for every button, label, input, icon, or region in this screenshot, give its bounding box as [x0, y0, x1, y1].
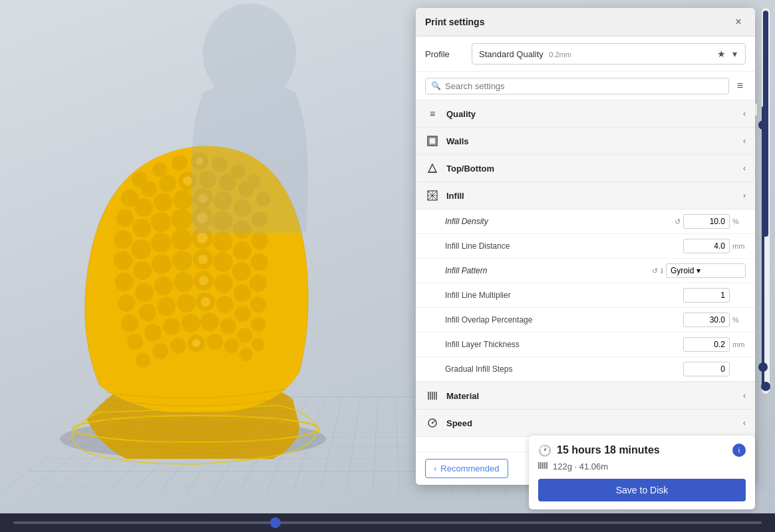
profile-label: Profile: [425, 49, 465, 59]
setting-infill-layer-thickness: Infill Layer Thickness mm: [416, 332, 755, 357]
svg-point-33: [114, 251, 132, 270]
speed-arrow: ‹: [743, 418, 746, 428]
background-figure: [133, 0, 366, 332]
quality-arrow: ‹: [743, 109, 746, 118]
infill-density-input[interactable]: [683, 214, 730, 229]
svg-point-106: [432, 422, 433, 424]
recommended-button[interactable]: ‹ Recommended: [425, 459, 508, 478]
infill-line-multiplier-label: Infill Line Multiplier: [445, 291, 683, 300]
speed-label: Speed: [446, 418, 743, 428]
search-bar: 🔍 ≡: [416, 72, 755, 100]
material-icon: [425, 388, 440, 403]
profile-icons: ★ ▾: [716, 47, 738, 61]
time-row: 🕐 15 hours 18 minutes i: [538, 444, 746, 457]
material-label: Material: [446, 391, 743, 401]
infill-line-distance-controls: mm: [683, 239, 746, 253]
category-topbottom[interactable]: Top/Bottom ‹: [416, 155, 755, 182]
svg-point-75: [170, 338, 186, 354]
timeline-bar[interactable]: [0, 513, 775, 532]
infill-line-distance-unit: mm: [732, 242, 746, 250]
category-walls[interactable]: Walls ‹: [416, 128, 755, 155]
svg-point-72: [251, 338, 265, 351]
infill-layer-thickness-input[interactable]: [683, 337, 730, 352]
profile-name: Standard Quality: [479, 49, 543, 59]
infill-line-multiplier-controls: [683, 288, 746, 303]
svg-point-73: [136, 353, 150, 368]
infill-line-distance-label: Infill Line Distance: [445, 241, 683, 251]
progress-track[interactable]: [13, 521, 762, 524]
infill-layer-thickness-unit: mm: [732, 340, 746, 348]
svg-point-88: [192, 339, 200, 347]
setting-infill-density: Infill Density ↺ %: [416, 209, 755, 234]
category-infill[interactable]: Infill ›: [416, 182, 755, 209]
slider-top-handle[interactable]: [758, 120, 768, 130]
save-to-disk-button[interactable]: Save to Disk: [538, 479, 746, 501]
3d-viewport[interactable]: 338 Print settings × Profile Standard Qu…: [0, 0, 775, 532]
infill-arrow: ›: [743, 191, 746, 200]
gradual-infill-label: Gradual Infill Steps: [445, 364, 683, 374]
infill-icon: [425, 188, 440, 203]
pattern-value: Gyroid: [671, 266, 694, 275]
time-text: 15 hours 18 minutes: [557, 444, 660, 456]
slider-bottom-handle[interactable]: [758, 362, 768, 372]
setting-infill-pattern: Infill Pattern ↺ ℹ Gyroid ▾: [416, 259, 755, 283]
svg-point-74: [152, 343, 168, 359]
svg-point-77: [207, 334, 223, 350]
material-arrow: ‹: [743, 391, 746, 400]
profile-row: Profile Standard Quality 0.2mm ★ ▾: [416, 37, 755, 72]
filament-icon: [538, 461, 547, 472]
setting-infill-line-distance: Infill Line Distance mm: [416, 234, 755, 259]
infill-section: Infill › Infill Density ↺ % Infill Line …: [416, 182, 755, 382]
category-speed[interactable]: Speed ‹: [416, 410, 755, 437]
infill-overlap-input[interactable]: [683, 313, 730, 327]
recommended-chevron: ‹: [434, 464, 436, 473]
slider-track[interactable]: [762, 106, 764, 386]
category-material[interactable]: Material ‹: [416, 382, 755, 410]
material-row: 122g · 41.06m: [538, 461, 746, 472]
clock-icon: 🕐: [538, 444, 551, 457]
infill-pattern-label: Infill Pattern: [445, 266, 652, 275]
speed-icon: [425, 416, 440, 430]
profile-dropdown[interactable]: Standard Quality 0.2mm ★ ▾: [472, 43, 746, 65]
close-button[interactable]: ×: [731, 15, 746, 29]
infill-pattern-select[interactable]: Gyroid ▾: [666, 263, 746, 278]
setting-infill-overlap: Infill Overlap Percentage %: [416, 308, 755, 332]
search-input[interactable]: [445, 81, 723, 91]
infill-layer-thickness-label: Infill Layer Thickness: [445, 340, 683, 349]
svg-point-17: [116, 209, 134, 227]
svg-point-79: [239, 348, 253, 361]
chevron-button[interactable]: ▾: [731, 47, 738, 61]
star-button[interactable]: ★: [716, 47, 727, 61]
info-pattern-icon[interactable]: ℹ: [661, 267, 663, 275]
infill-label: Infill: [446, 191, 743, 201]
progress-thumb[interactable]: [270, 517, 281, 528]
infill-line-distance-input[interactable]: [683, 239, 730, 253]
bottom-info-panel: 🕐 15 hours 18 minutes i 122g · 41.06m Sa…: [529, 436, 755, 509]
infill-overlap-controls: %: [683, 313, 746, 327]
topbottom-icon: [425, 161, 440, 176]
pattern-chevron: ▾: [697, 266, 700, 275]
svg-marker-92: [428, 164, 436, 172]
gradual-infill-controls: [683, 362, 746, 376]
svg-point-41: [115, 273, 134, 291]
svg-rect-91: [429, 138, 436, 144]
setting-gradual-infill: Gradual Infill Steps: [416, 357, 755, 382]
gradual-infill-input[interactable]: [683, 362, 730, 376]
walls-arrow: ‹: [743, 136, 746, 146]
dialog-title: Print settings: [425, 17, 484, 27]
setting-infill-line-multiplier: Infill Line Multiplier: [416, 283, 755, 308]
reset-density-icon[interactable]: ↺: [675, 217, 681, 226]
profile-sub: 0.2mm: [549, 51, 571, 59]
material-usage-text: 122g · 41.06m: [553, 462, 608, 471]
menu-icon-button[interactable]: ≡: [734, 77, 746, 94]
infill-density-label: Infill Density: [445, 217, 675, 226]
reset-pattern-icon[interactable]: ↺: [652, 267, 658, 275]
info-button[interactable]: i: [732, 444, 746, 457]
layer-slider[interactable]: [759, 106, 767, 386]
infill-overlap-unit: %: [732, 316, 746, 324]
category-quality[interactable]: ≡ Quality ‹: [416, 100, 755, 128]
infill-line-multiplier-input[interactable]: [683, 288, 730, 303]
dialog-header: Print settings ×: [416, 8, 755, 37]
quality-label: Quality: [446, 109, 743, 119]
print-settings-dialog: Print settings × Profile Standard Qualit…: [416, 8, 755, 485]
